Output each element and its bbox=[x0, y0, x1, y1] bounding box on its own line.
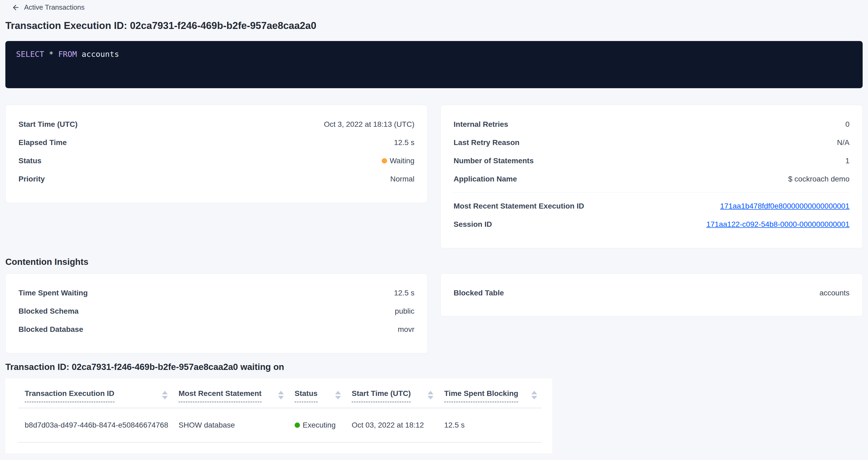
sort-icon[interactable] bbox=[162, 391, 168, 399]
priority-row: Priority Normal bbox=[19, 170, 414, 188]
elapsed-time-label: Elapsed Time bbox=[19, 138, 67, 147]
session-id-link[interactable]: 171aa122-c092-54b8-0000-000000000001 bbox=[706, 220, 849, 229]
status-value-text: Waiting bbox=[390, 157, 414, 165]
waiting-on-table-card: Transaction Execution ID Most Recent Sta… bbox=[5, 378, 552, 453]
time-spent-waiting-label: Time Spent Waiting bbox=[19, 289, 88, 297]
internal-retries-value: 0 bbox=[845, 120, 849, 129]
column-label-start-time[interactable]: Start Time (UTC) bbox=[352, 389, 411, 402]
start-time-label: Start Time (UTC) bbox=[19, 120, 78, 129]
statement-execution-id-label: Most Recent Statement Execution ID bbox=[454, 202, 584, 210]
transaction-summary-card-right: Internal Retries 0 Last Retry Reason N/A… bbox=[440, 105, 863, 248]
application-name-value: $ cockroach demo bbox=[788, 175, 849, 183]
blocked-database-value: movr bbox=[398, 325, 414, 334]
number-of-statements-value: 1 bbox=[845, 157, 849, 165]
waiting-on-heading: Transaction ID: 02ca7931-f246-469b-b2fe-… bbox=[5, 362, 868, 372]
column-header-start-time[interactable]: Start Time (UTC) bbox=[345, 389, 438, 408]
executing-status-dot-icon bbox=[294, 423, 300, 428]
cell-transaction-execution-id: b8d7d03a-d497-446b-8474-e50846674768 bbox=[18, 408, 172, 442]
contention-insights-heading: Contention Insights bbox=[5, 257, 868, 267]
status-label: Status bbox=[19, 157, 41, 165]
sort-icon[interactable] bbox=[531, 391, 537, 399]
column-label-most-recent-statement[interactable]: Most Recent Statement bbox=[179, 389, 261, 402]
column-header-transaction-execution-id[interactable]: Transaction Execution ID bbox=[18, 389, 172, 408]
cell-status: Executing bbox=[288, 408, 345, 442]
elapsed-time-row: Elapsed Time 12.5 s bbox=[19, 133, 414, 152]
column-header-status[interactable]: Status bbox=[288, 389, 345, 408]
blocked-table-label: Blocked Table bbox=[454, 289, 504, 297]
last-retry-reason-label: Last Retry Reason bbox=[454, 138, 520, 147]
contention-card-left: Time Spent Waiting 12.5 s Blocked Schema… bbox=[5, 273, 428, 353]
sql-star: * bbox=[44, 50, 58, 59]
column-label-time-spent-blocking[interactable]: Time Spent Blocking bbox=[444, 389, 518, 402]
start-time-value: Oct 3, 2022 at 18:13 (UTC) bbox=[324, 120, 414, 129]
sort-icon[interactable] bbox=[278, 391, 284, 399]
sql-keyword-from: FROM bbox=[58, 50, 77, 59]
internal-retries-row: Internal Retries 0 bbox=[454, 115, 849, 133]
session-id-label: Session ID bbox=[454, 220, 492, 229]
blocked-table-value: accounts bbox=[819, 289, 849, 297]
column-label-status[interactable]: Status bbox=[294, 389, 318, 402]
sort-icon[interactable] bbox=[428, 391, 433, 399]
cell-time-spent-blocking: 12.5 s bbox=[438, 408, 541, 442]
statement-execution-id-row: Most Recent Statement Execution ID 171aa… bbox=[454, 197, 849, 215]
back-arrow-icon bbox=[12, 3, 20, 11]
column-header-most-recent-statement[interactable]: Most Recent Statement bbox=[172, 389, 288, 408]
time-spent-waiting-row: Time Spent Waiting 12.5 s bbox=[19, 284, 414, 302]
transaction-summary-card-left: Start Time (UTC) Oct 3, 2022 at 18:13 (U… bbox=[5, 105, 428, 203]
waiting-on-table: Transaction Execution ID Most Recent Sta… bbox=[18, 389, 541, 442]
internal-retries-label: Internal Retries bbox=[454, 120, 508, 129]
table-row: b8d7d03a-d497-446b-8474-e50846674768 SHO… bbox=[18, 408, 541, 442]
priority-label: Priority bbox=[19, 175, 45, 183]
statement-execution-id-link[interactable]: 171aa1b478fdf0e80000000000000001 bbox=[720, 202, 849, 210]
number-of-statements-label: Number of Statements bbox=[454, 157, 534, 165]
column-header-time-spent-blocking[interactable]: Time Spent Blocking bbox=[438, 389, 541, 408]
waiting-status-dot-icon bbox=[382, 158, 387, 163]
application-name-label: Application Name bbox=[454, 175, 517, 183]
blocked-schema-row: Blocked Schema public bbox=[19, 302, 414, 320]
blocked-table-row: Blocked Table accounts bbox=[454, 284, 849, 302]
blocked-database-row: Blocked Database movr bbox=[19, 320, 414, 339]
breadcrumb-label: Active Transactions bbox=[24, 3, 85, 11]
summary-cards-row: Start Time (UTC) Oct 3, 2022 at 18:13 (U… bbox=[5, 105, 863, 248]
sql-table-name: accounts bbox=[77, 50, 119, 59]
sort-icon[interactable] bbox=[335, 391, 341, 399]
last-retry-reason-row: Last Retry Reason N/A bbox=[454, 133, 849, 152]
start-time-row: Start Time (UTC) Oct 3, 2022 at 18:13 (U… bbox=[19, 115, 414, 133]
cell-status-text: Executing bbox=[303, 421, 336, 429]
sql-keyword-select: SELECT bbox=[16, 50, 44, 59]
sql-statement: SELECT * FROM accounts bbox=[16, 50, 119, 59]
session-id-row: Session ID 171aa122-c092-54b8-0000-00000… bbox=[454, 215, 849, 234]
priority-value: Normal bbox=[390, 175, 414, 183]
status-value: Waiting bbox=[382, 157, 414, 165]
application-name-row: Application Name $ cockroach demo bbox=[454, 170, 849, 188]
contention-card-right: Blocked Table accounts bbox=[440, 273, 863, 316]
contention-cards-row: Time Spent Waiting 12.5 s Blocked Schema… bbox=[5, 273, 863, 353]
page-title: Transaction Execution ID: 02ca7931-f246-… bbox=[5, 20, 868, 31]
number-of-statements-row: Number of Statements 1 bbox=[454, 152, 849, 170]
table-header-row: Transaction Execution ID Most Recent Sta… bbox=[18, 389, 541, 408]
column-label-transaction-execution-id[interactable]: Transaction Execution ID bbox=[25, 389, 115, 402]
blocked-schema-value: public bbox=[395, 307, 414, 315]
blocked-schema-label: Blocked Schema bbox=[19, 307, 79, 315]
breadcrumb-active-transactions[interactable]: Active Transactions bbox=[0, 0, 85, 11]
time-spent-waiting-value: 12.5 s bbox=[394, 289, 414, 297]
cell-most-recent-statement: SHOW database bbox=[172, 408, 288, 442]
cell-start-time: Oct 03, 2022 at 18:12 bbox=[345, 408, 438, 442]
transaction-details-page: Active Transactions Transaction Executio… bbox=[0, 0, 868, 453]
last-retry-reason-value: N/A bbox=[837, 138, 849, 147]
sql-statement-box: SELECT * FROM accounts bbox=[5, 41, 863, 88]
status-row: Status Waiting bbox=[19, 152, 414, 170]
blocked-database-label: Blocked Database bbox=[19, 325, 83, 334]
elapsed-time-value: 12.5 s bbox=[394, 138, 414, 147]
card-divider bbox=[454, 192, 849, 193]
